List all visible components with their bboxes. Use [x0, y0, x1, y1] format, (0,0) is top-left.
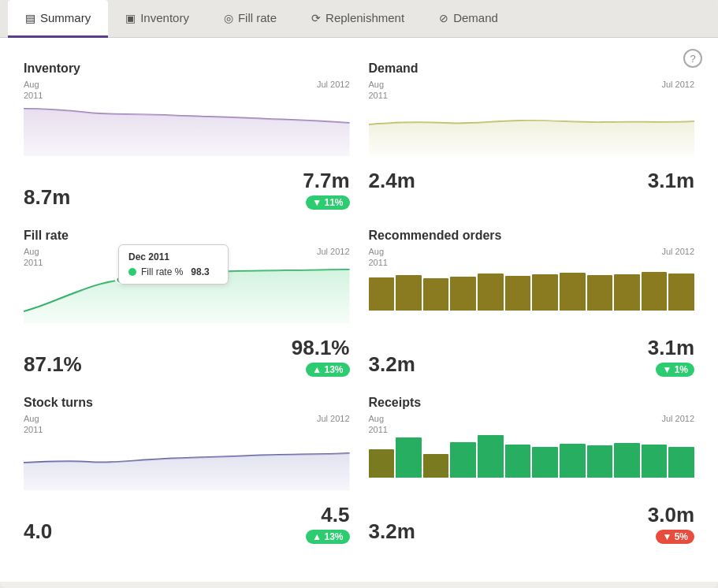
- bar-11: [642, 272, 668, 311]
- fill-rate-values: 87.1% 98.1% ▲ 13%: [24, 336, 350, 377]
- receipt-bar-2: [396, 437, 422, 478]
- demand-icon: ⊘: [439, 12, 448, 24]
- bar-3: [423, 278, 449, 311]
- inventory-values: 8.7m 7.7m ▼ 11%: [24, 169, 350, 210]
- bar-10: [614, 274, 640, 311]
- stock-turns-chart-area: Aug2011 Jul 2012: [24, 413, 350, 500]
- receipt-bar-1: [369, 449, 395, 478]
- bar-7: [532, 274, 558, 311]
- bar-1: [369, 277, 395, 311]
- inventory-svg: [24, 93, 350, 156]
- bar-8: [560, 273, 586, 311]
- main-content: ? Inventory Aug2011 Jul 2012: [0, 38, 718, 582]
- rec-orders-end-label: Jul 2012: [661, 246, 694, 257]
- summary-icon: ▤: [25, 12, 35, 24]
- receipts-badge: ▼ 5%: [656, 530, 694, 544]
- fill-rate-title: Fill rate: [24, 229, 350, 243]
- receipt-bar-3: [423, 454, 449, 478]
- receipt-bar-12: [668, 447, 694, 478]
- tab-fill-rate-label: Fill rate: [238, 11, 277, 24]
- stock-turns-start-value: 4.0: [24, 519, 52, 544]
- receipt-bar-10: [614, 443, 640, 478]
- inventory-title: Inventory: [24, 61, 350, 76]
- receipt-bar-9: [587, 445, 613, 478]
- receipts-title: Receipts: [369, 396, 695, 410]
- inventory-end-value: 7.7m: [303, 169, 349, 193]
- demand-card: Demand Aug2011 Jul 2012: [369, 61, 695, 210]
- tab-fill-rate[interactable]: ◎ Fill rate: [206, 0, 294, 38]
- recommended-orders-card: Recommended orders Aug2011 Jul 2012: [369, 229, 695, 377]
- app-container: ▤ Summary ▣ Inventory ◎ Fill rate ⟳ Repl…: [0, 0, 718, 588]
- inventory-icon: ▣: [125, 12, 136, 24]
- demand-title: Demand: [369, 61, 695, 76]
- recommended-orders-title: Recommended orders: [369, 229, 695, 243]
- bar-6: [505, 276, 531, 311]
- tab-replenishment[interactable]: ⟳ Replenishment: [294, 0, 422, 38]
- tab-replenishment-label: Replenishment: [326, 11, 404, 24]
- demand-end-block: 3.1m: [648, 169, 694, 193]
- stock-turns-badge: ▲ 13%: [306, 530, 349, 544]
- receipt-bar-8: [560, 444, 586, 478]
- rec-orders-end-block: 3.1m ▼ 1%: [648, 336, 694, 377]
- inventory-end-block: 7.7m ▼ 11%: [303, 169, 349, 210]
- tooltip-value: 98.3: [191, 266, 209, 277]
- demand-end-label: Jul 2012: [661, 79, 694, 90]
- tab-inventory[interactable]: ▣ Inventory: [108, 0, 206, 38]
- tab-demand[interactable]: ⊘ Demand: [422, 0, 515, 38]
- demand-start-value: 2.4m: [369, 169, 415, 193]
- stock-turns-end-block: 4.5 ▲ 13%: [306, 503, 349, 544]
- inventory-chart-area: Aug2011 Jul 2012: [24, 79, 350, 166]
- receipt-bar-6: [505, 445, 531, 478]
- tooltip-label: Fill rate %: [141, 266, 183, 277]
- demand-svg: [369, 93, 695, 156]
- receipts-values: 3.2m 3.0m ▼ 5%: [369, 503, 695, 544]
- tooltip-dot: [128, 268, 136, 276]
- tooltip-date: Dec 2011: [128, 251, 218, 262]
- receipt-bar-4: [450, 442, 476, 478]
- inventory-end-label: Jul 2012: [317, 79, 350, 90]
- rec-orders-badge: ▼ 1%: [656, 363, 694, 377]
- demand-end-value: 3.1m: [648, 169, 694, 193]
- fill-rate-end-value: 98.1%: [292, 336, 350, 360]
- recommended-orders-bars: [369, 263, 695, 311]
- receipts-bars: [369, 430, 695, 478]
- recommended-orders-values: 3.2m 3.1m ▼ 1%: [369, 336, 695, 377]
- receipts-end-block: 3.0m ▼ 5%: [648, 503, 694, 544]
- demand-chart-area: Aug2011 Jul 2012: [369, 79, 695, 166]
- fill-rate-end-block: 98.1% ▲ 13%: [292, 336, 350, 377]
- inventory-start-value: 8.7m: [24, 185, 70, 210]
- tab-inventory-label: Inventory: [140, 11, 189, 24]
- inventory-badge: ▼ 11%: [306, 195, 349, 210]
- rec-orders-start-value: 3.2m: [369, 352, 415, 377]
- bar-4: [450, 277, 476, 311]
- fill-rate-end-label: Jul 2012: [317, 246, 350, 257]
- receipts-start-value: 3.2m: [369, 519, 415, 544]
- stock-turns-svg: [24, 427, 350, 490]
- receipts-end-label: Jul 2012: [661, 413, 694, 424]
- stock-turns-title: Stock turns: [24, 396, 350, 410]
- fill-rate-icon: ◎: [224, 12, 233, 24]
- tooltip-row: Fill rate % 98.3: [128, 266, 218, 277]
- receipt-bar-7: [532, 447, 558, 478]
- bar-5: [478, 274, 504, 311]
- bar-2: [396, 275, 422, 311]
- rec-orders-end-value: 3.1m: [648, 336, 694, 360]
- tab-summary-label: Summary: [40, 11, 91, 24]
- tab-demand-label: Demand: [453, 11, 498, 24]
- demand-values: 2.4m 3.1m: [369, 169, 695, 193]
- receipt-bar-5: [478, 435, 504, 478]
- stock-turns-card: Stock turns Aug2011 Jul 2012: [24, 396, 350, 544]
- stock-turns-end-label: Jul 2012: [317, 413, 350, 424]
- stock-turns-end-value: 4.5: [321, 503, 349, 527]
- stock-turns-values: 4.0 4.5 ▲ 13%: [24, 503, 350, 544]
- fill-rate-card: Fill rate Dec 2011 Fill rate % 98.3 Aug2…: [24, 229, 350, 377]
- bar-9: [587, 275, 613, 311]
- receipts-chart-area: Aug2011 Jul 2012: [369, 413, 695, 500]
- recommended-orders-chart-area: Aug2011 Jul 2012: [369, 246, 695, 333]
- metrics-grid: Inventory Aug2011 Jul 2012: [24, 61, 694, 544]
- replenishment-icon: ⟳: [311, 12, 321, 24]
- tab-summary[interactable]: ▤ Summary: [8, 0, 108, 38]
- tabs-bar: ▤ Summary ▣ Inventory ◎ Fill rate ⟳ Repl…: [0, 0, 718, 38]
- receipts-card: Receipts Aug2011 Jul 2012: [369, 396, 695, 544]
- receipts-end-value: 3.0m: [648, 503, 694, 527]
